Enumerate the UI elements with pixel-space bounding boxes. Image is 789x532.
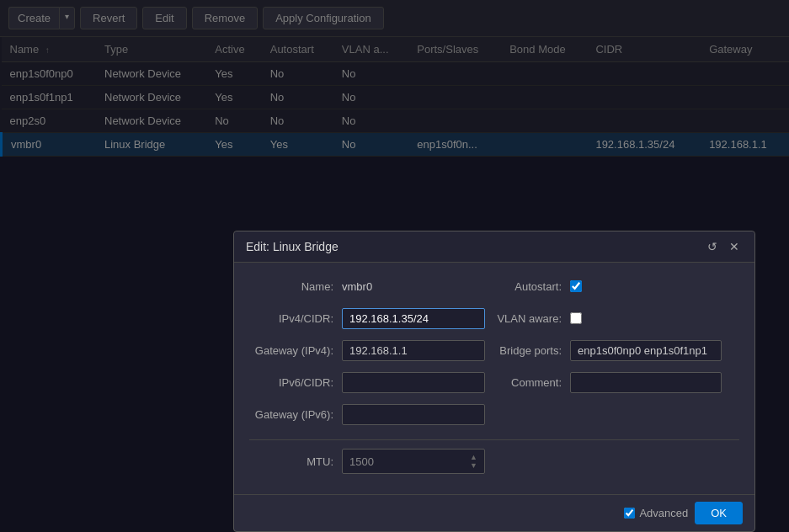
- form-row-gateway-ipv6: Gateway (IPv6):: [249, 402, 494, 426]
- advanced-text: Advanced: [639, 507, 688, 519]
- form-divider: [249, 439, 739, 440]
- name-label: Name:: [249, 280, 342, 293]
- dialog-reset-button[interactable]: ↺: [704, 238, 721, 255]
- dialog-body: Name: vmbr0 IPv4/CIDR: Gateway (IPv4): I…: [234, 263, 754, 494]
- gateway-ipv6-label: Gateway (IPv6):: [249, 408, 342, 421]
- ipv6-input[interactable]: [342, 372, 485, 393]
- form-row-gateway-ipv4: Gateway (IPv4):: [249, 338, 494, 362]
- mtu-spinner-arrows[interactable]: ▲ ▼: [470, 453, 477, 470]
- dialog-header-buttons: ↺ ✕: [704, 238, 743, 255]
- vlan-aware-checkbox[interactable]: [570, 312, 582, 324]
- form-row-bridge-ports: Bridge ports:: [494, 338, 739, 362]
- advanced-checkbox[interactable]: [624, 508, 635, 519]
- form-row-mtu: MTU: 1500 ▲ ▼: [249, 449, 739, 474]
- form-right-col: Autostart: VLAN aware: Bridge ports: Com…: [494, 274, 739, 434]
- gateway-ipv4-input[interactable]: [342, 340, 485, 361]
- mtu-down-arrow[interactable]: ▼: [470, 461, 477, 470]
- autostart-label: Autostart:: [494, 280, 570, 293]
- ok-button[interactable]: OK: [695, 502, 743, 524]
- name-value: vmbr0: [342, 280, 372, 293]
- form-row-autostart: Autostart:: [494, 274, 739, 298]
- form-row-ipv6: IPv6/CIDR:: [249, 370, 494, 394]
- vlan-aware-label: VLAN aware:: [494, 312, 570, 325]
- mtu-spinner[interactable]: 1500 ▲ ▼: [342, 449, 485, 474]
- advanced-label[interactable]: Advanced: [624, 507, 688, 519]
- dialog-overlay: Edit: Linux Bridge ↺ ✕ Name: vmbr0 IPv4/…: [0, 0, 789, 532]
- mtu-value: 1500: [349, 455, 374, 468]
- ipv4-label: IPv4/CIDR:: [249, 312, 342, 325]
- mtu-label: MTU:: [249, 455, 342, 468]
- mtu-up-arrow[interactable]: ▲: [470, 453, 477, 461]
- form-row-ipv4: IPv4/CIDR:: [249, 306, 494, 330]
- bridge-ports-label: Bridge ports:: [494, 344, 570, 357]
- dialog-footer: Advanced OK: [234, 494, 754, 531]
- comment-label: Comment:: [494, 376, 570, 389]
- ipv6-label: IPv6/CIDR:: [249, 376, 342, 389]
- edit-linux-bridge-dialog: Edit: Linux Bridge ↺ ✕ Name: vmbr0 IPv4/…: [233, 231, 755, 532]
- form-row-vlan-aware: VLAN aware:: [494, 306, 739, 330]
- dialog-close-button[interactable]: ✕: [726, 238, 743, 255]
- bridge-ports-input[interactable]: [570, 340, 722, 361]
- form-grid: Name: vmbr0 IPv4/CIDR: Gateway (IPv4): I…: [249, 274, 739, 434]
- form-left-col: Name: vmbr0 IPv4/CIDR: Gateway (IPv4): I…: [249, 274, 494, 434]
- form-row-name: Name: vmbr0: [249, 274, 494, 298]
- gateway-ipv4-label: Gateway (IPv4):: [249, 344, 342, 357]
- comment-input[interactable]: [570, 372, 722, 393]
- form-row-comment: Comment:: [494, 370, 739, 394]
- autostart-checkbox[interactable]: [570, 280, 582, 292]
- ipv4-input[interactable]: [342, 308, 485, 329]
- dialog-title: Edit: Linux Bridge: [246, 240, 339, 253]
- gateway-ipv6-input[interactable]: [342, 404, 485, 425]
- dialog-header: Edit: Linux Bridge ↺ ✕: [234, 231, 754, 263]
